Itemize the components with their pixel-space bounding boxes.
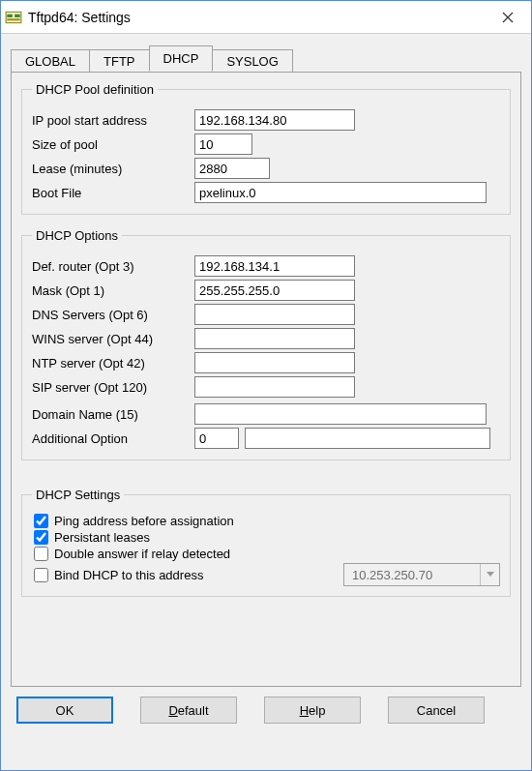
checkbox-persist[interactable]: [34, 530, 48, 545]
input-bootfile[interactable]: [194, 182, 487, 203]
input-ip-start[interactable]: [194, 109, 355, 131]
row-ntp: NTP server (Opt 42): [32, 352, 500, 373]
group-settings-legend: DHCP Settings: [32, 488, 124, 502]
default-button-text: efault: [178, 703, 209, 718]
label-router: Def. router (Opt 3): [32, 259, 194, 274]
label-lease: Lease (minutes): [32, 162, 194, 176]
row-domain: Domain Name (15): [32, 403, 500, 425]
tab-syslog[interactable]: SYSLOG: [212, 49, 292, 73]
default-button-mnemonic: D: [168, 703, 177, 718]
checkbox-double[interactable]: [34, 547, 48, 561]
label-double[interactable]: Double answer if relay detected: [54, 547, 230, 561]
group-options: DHCP Options Def. router (Opt 3) Mask (O…: [21, 228, 511, 460]
row-pool-size: Size of pool: [32, 133, 500, 155]
label-persist[interactable]: Persistant leases: [54, 530, 150, 545]
row-persist: Persistant leases: [32, 530, 500, 545]
label-ip-start: IP pool start address: [32, 113, 194, 128]
row-dns: DNS Servers (Opt 6): [32, 304, 500, 325]
svg-rect-2: [15, 14, 20, 16]
label-bind[interactable]: Bind DHCP to this address: [54, 568, 203, 582]
group-settings: DHCP Settings Ping address before assign…: [21, 488, 511, 597]
input-ntp[interactable]: [194, 352, 355, 373]
window-title: Tftpd64: Settings: [28, 10, 488, 25]
input-additional-value[interactable]: [245, 428, 490, 449]
group-options-legend: DHCP Options: [32, 228, 122, 243]
row-additional: Additional Option: [32, 428, 500, 449]
help-button-text: elp: [309, 703, 325, 718]
row-ip-start: IP pool start address: [32, 109, 500, 131]
label-additional: Additional Option: [32, 431, 194, 446]
label-sip: SIP server (Opt 120): [32, 380, 194, 395]
help-button[interactable]: Help: [264, 697, 361, 724]
row-bind: Bind DHCP to this address 10.253.250.70: [32, 563, 500, 586]
row-double: Double answer if relay detected: [32, 547, 500, 561]
group-pool-legend: DHCP Pool definition: [32, 82, 158, 97]
close-icon: [502, 12, 514, 23]
row-router: Def. router (Opt 3): [32, 255, 500, 277]
checkbox-ping[interactable]: [34, 514, 48, 528]
input-pool-size[interactable]: [194, 133, 252, 155]
settings-window: Tftpd64: Settings GLOBAL TFTP DHCP SYSLO…: [0, 0, 532, 771]
tab-content-dhcp: DHCP Pool definition IP pool start addre…: [11, 72, 521, 687]
tab-tftp[interactable]: TFTP: [89, 49, 150, 73]
input-mask[interactable]: [194, 280, 355, 301]
row-lease: Lease (minutes): [32, 158, 500, 179]
label-pool-size: Size of pool: [32, 137, 194, 152]
input-router[interactable]: [194, 255, 355, 277]
row-wins: WINS server (Opt 44): [32, 328, 500, 349]
row-ping: Ping address before assignation: [32, 514, 500, 528]
group-pool: DHCP Pool definition IP pool start addre…: [21, 82, 511, 215]
input-lease[interactable]: [194, 158, 270, 179]
cancel-button[interactable]: Cancel: [388, 697, 485, 724]
label-ping[interactable]: Ping address before assignation: [54, 514, 234, 528]
label-dns: DNS Servers (Opt 6): [32, 308, 194, 322]
app-icon: [5, 9, 22, 26]
input-domain[interactable]: [194, 403, 487, 425]
label-domain: Domain Name (15): [32, 407, 194, 422]
input-additional-num[interactable]: [194, 428, 239, 449]
input-sip[interactable]: [194, 376, 355, 398]
row-mask: Mask (Opt 1): [32, 280, 500, 301]
chevron-down-icon: [480, 564, 499, 585]
label-wins: WINS server (Opt 44): [32, 332, 194, 346]
tab-strip: GLOBAL TFTP DHCP SYSLOG: [11, 45, 521, 72]
titlebar: Tftpd64: Settings: [1, 1, 531, 34]
help-button-mnemonic: H: [300, 703, 309, 718]
svg-rect-3: [7, 18, 20, 20]
label-ntp: NTP server (Opt 42): [32, 356, 194, 371]
label-bootfile: Boot File: [32, 186, 194, 200]
select-bind-address-value: 10.253.250.70: [344, 568, 480, 582]
client-area: GLOBAL TFTP DHCP SYSLOG DHCP Pool defini…: [1, 34, 531, 770]
tab-dhcp[interactable]: DHCP: [149, 45, 214, 72]
input-dns[interactable]: [194, 304, 355, 325]
checkbox-bind[interactable]: [34, 568, 48, 582]
row-sip: SIP server (Opt 120): [32, 376, 500, 398]
row-bootfile: Boot File: [32, 182, 500, 203]
tab-global[interactable]: GLOBAL: [11, 49, 90, 73]
close-button[interactable]: [488, 4, 527, 31]
ok-button[interactable]: OK: [16, 697, 113, 724]
select-bind-address[interactable]: 10.253.250.70: [343, 563, 500, 586]
default-button[interactable]: Default: [140, 697, 237, 724]
label-mask: Mask (Opt 1): [32, 283, 194, 298]
input-wins[interactable]: [194, 328, 355, 349]
svg-rect-1: [7, 14, 13, 16]
dialog-button-row: OK Default Help Cancel: [11, 687, 521, 729]
